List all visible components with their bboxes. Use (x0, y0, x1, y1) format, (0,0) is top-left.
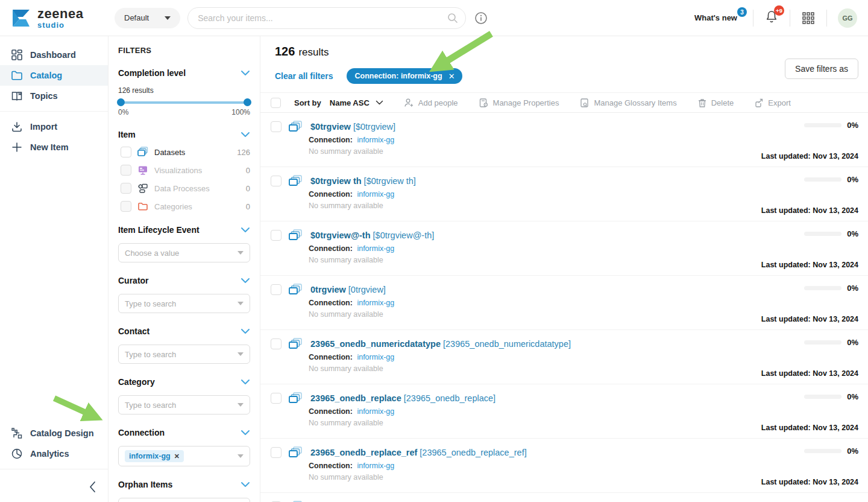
filter-select[interactable]: Type to search (118, 395, 250, 415)
row-checkbox[interactable] (271, 393, 281, 404)
chevron-down-icon (376, 100, 383, 105)
whats-new-link[interactable]: What's new 3 (694, 13, 742, 22)
sidebar-item-import[interactable]: Import (0, 116, 108, 137)
info-icon[interactable] (474, 11, 488, 25)
connection-label: Connection: (309, 244, 353, 253)
dataset-icon (289, 284, 302, 296)
result-title-link[interactable]: $0trgview@-th[$0trgview@-th] (310, 230, 434, 240)
plus-icon (11, 141, 23, 153)
slider-track[interactable] (118, 101, 250, 104)
completion-percent: 0% (847, 229, 858, 238)
add-people-icon (404, 98, 414, 108)
results-toolbar: Sort by Name ASC Add people Manage (260, 92, 868, 113)
sort-selector[interactable]: Name ASC (330, 98, 383, 107)
chevron-down-icon[interactable] (241, 328, 250, 334)
chip-close-icon[interactable]: ✕ (174, 453, 180, 460)
table-row: 0trgview[0trgview] Connection: informix-… (260, 276, 868, 330)
connection-chip[interactable]: informix-gg ✕ (125, 450, 184, 462)
search-icon (447, 12, 459, 24)
filter-section-label: Item Lifecycle Event (118, 225, 200, 235)
datasets-checkbox[interactable] (121, 147, 131, 157)
manage-properties-button[interactable]: Manage Properties (479, 98, 559, 108)
import-icon (11, 121, 23, 133)
clear-all-filters-link[interactable]: Clear all filters (275, 71, 333, 81)
result-title-link[interactable]: 23965_onedb_numericdatatype[23965_onedb_… (310, 339, 571, 349)
search-input[interactable] (187, 7, 466, 29)
sidebar-item-catalog[interactable]: Catalog (0, 65, 108, 86)
filter-select[interactable]: Type to search (118, 294, 250, 313)
filter-section-orphan-items: Orphan Items Type to search (118, 480, 250, 502)
row-checkbox[interactable] (271, 176, 281, 186)
top-bar: zeenea studio Default What's new 3 +9 (0, 0, 868, 36)
filter-item-label: Item (118, 130, 136, 139)
row-checkbox[interactable] (271, 230, 281, 241)
result-title-link[interactable]: 0trgview[0trgview] (310, 285, 386, 294)
chevron-down-icon[interactable] (241, 132, 250, 138)
slider-handle-max[interactable] (244, 98, 251, 106)
save-filters-button[interactable]: Save filters as (785, 59, 858, 79)
connection-link[interactable]: informix-gg (357, 299, 394, 307)
add-people-button[interactable]: Add people (404, 98, 458, 108)
visualizations-icon (137, 165, 148, 176)
chevron-down-icon[interactable] (241, 70, 250, 76)
connection-label: Connection: (309, 299, 353, 307)
result-title-link[interactable]: $0trgview[$0trgview] (310, 122, 395, 132)
connection-link[interactable]: informix-gg (357, 244, 394, 253)
filter-select[interactable]: Choose a value (118, 243, 250, 262)
filter-section: Contact Type to search (118, 326, 250, 364)
categories-checkbox[interactable] (121, 201, 131, 212)
notifications-button[interactable]: +9 (764, 10, 779, 27)
connection-link[interactable]: informix-gg (357, 407, 394, 416)
chevron-down-icon (237, 302, 244, 305)
chevron-down-icon[interactable] (241, 481, 250, 488)
connection-link[interactable]: informix-gg (357, 136, 394, 144)
filter-section-label: Curator (118, 276, 149, 285)
filter-select[interactable]: Type to search (118, 345, 250, 364)
chevron-down-icon[interactable] (241, 379, 250, 385)
zeenea-logo[interactable]: zeenea studio (11, 7, 106, 29)
result-title-link[interactable]: $0trgview th[$0trgview th] (310, 176, 416, 186)
folder-icon (11, 69, 23, 81)
apps-grid-icon[interactable] (801, 11, 816, 25)
sidebar-item-analytics[interactable]: Analytics (0, 443, 108, 464)
results-count: 126 (275, 45, 295, 58)
manage-glossary-items-button[interactable]: Manage Glossary Items (579, 98, 676, 108)
connection-link[interactable]: informix-gg (357, 353, 394, 361)
dataset-icon (289, 446, 302, 459)
connection-link[interactable]: informix-gg (357, 462, 394, 470)
global-search (187, 7, 466, 29)
manage-glossary-icon (579, 98, 590, 108)
row-checkbox[interactable] (271, 447, 281, 458)
sidebar-item-dashboard[interactable]: Dashboard (0, 45, 108, 65)
chevron-down-icon[interactable] (241, 278, 250, 284)
delete-button[interactable]: Delete (697, 98, 734, 108)
select-all-checkbox[interactable] (271, 98, 281, 108)
chevron-down-icon[interactable] (241, 430, 250, 436)
chevron-down-icon[interactable] (241, 227, 250, 233)
row-checkbox[interactable] (271, 284, 281, 295)
item-filter-visualizations: Visualizations 0 (118, 165, 250, 176)
filter-section-label: Category (118, 377, 155, 387)
visualizations-checkbox[interactable] (121, 165, 131, 176)
avatar[interactable]: GG (838, 8, 857, 28)
row-checkbox[interactable] (271, 121, 281, 132)
sidebar-item-catalog-design[interactable]: Catalog Design (0, 423, 108, 443)
export-button[interactable]: Export (754, 98, 791, 108)
filters-panel: FILTERS Completion level 126 results 0% … (108, 36, 260, 502)
data-processes-checkbox[interactable] (121, 183, 131, 194)
result-title-link[interactable]: 23965_onedb_replace_ref[23965_onedb_repl… (310, 448, 527, 457)
active-filter-chip[interactable]: Connection: informix-gg ✕ (347, 68, 462, 84)
sidebar-item-new-item[interactable]: New Item (0, 137, 108, 157)
sidebar-item-topics[interactable]: Topics (0, 86, 108, 106)
row-checkbox[interactable] (271, 338, 281, 349)
result-title-link[interactable]: 23965_onedb_replace[23965_onedb_replace] (310, 393, 495, 403)
connection-select[interactable]: informix-gg ✕ (118, 446, 250, 466)
data-processes-icon (137, 183, 148, 194)
chip-close-icon[interactable]: ✕ (448, 72, 455, 81)
slider-handle-min[interactable] (117, 98, 125, 106)
orphan-items-select[interactable]: Type to search (118, 498, 250, 502)
workspace-selector[interactable]: Default (115, 8, 180, 28)
connection-link[interactable]: informix-gg (357, 190, 394, 199)
results-area: 126results Save filters as Clear all fil… (260, 36, 868, 502)
collapse-sidebar-icon[interactable] (87, 480, 98, 494)
